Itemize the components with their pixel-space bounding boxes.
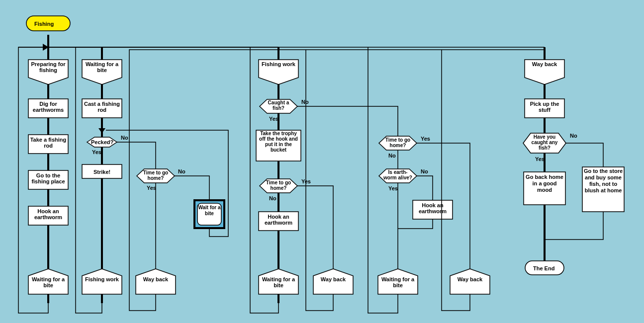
col2-ftr1: Fishing work [82,276,122,282]
yes7: Yes [535,156,545,162]
col1-b4: Hook an earthworm [28,208,68,220]
no4: No [269,195,276,201]
col2-sub: Wait for a bite [197,205,221,217]
col1-footer: Waiting for a bite [28,276,68,288]
col2-d1: Pecked? [91,139,114,145]
col2-b1: Cast a fishing rod [82,101,122,113]
no1: No [121,135,128,141]
yes3: Yes [269,116,278,122]
col2-ftr2: Way back [136,276,176,282]
col4-b3: Go to the store and buy some fish, not t… [583,168,623,194]
no3: No [301,99,309,105]
col1-b2: Take a fishing rod [28,137,68,149]
col3-b3: Hook an earthworm [413,202,453,214]
col3-ftr1: Waiting for a bite [259,276,298,288]
col3-b2: Hook an earthworm [259,214,298,226]
title: Fishing [34,21,54,27]
col1-header: Preparing for fishing [28,61,68,73]
col4-header: Way back [525,61,564,67]
col1-b3: Go to the fishing place [28,172,68,184]
yes6: Yes [388,185,398,191]
col3-d4: Is earth- worm alive? [382,169,414,180]
yes5: Yes [421,136,430,142]
no7: No [570,133,577,139]
col2-b2: Strike! [93,169,110,175]
col3-d3: Time to go home? [383,137,413,148]
yes2: Yes [147,185,156,191]
col3-d1: Caught a fish? [264,100,293,111]
no2: No [178,168,185,174]
col4-end: The End [533,265,554,271]
yes1: Yes [92,149,101,155]
col1-b1: Dig for earthworms [28,101,68,113]
col4-b1: Pick up the stuff [525,101,564,113]
col3-ftr2: Way back [313,276,353,282]
col3-ftr3: Waiting for a bite [378,276,418,288]
no6: No [421,168,428,174]
col3-ftr4: Way back [450,276,490,282]
col3-b1: Take the trophy off the hook and put it … [257,131,300,153]
col2-header: Waiting for a bite [82,61,122,73]
col3-header: Fishing work [259,61,298,67]
col2-d2: Time to go home? [140,170,171,181]
col4-b2: Go back home in a good mood [525,174,564,193]
col3-d2: Time to go home? [264,180,293,191]
no5: No [388,153,396,159]
col4-d1: Have you caught any fish? [526,134,563,151]
